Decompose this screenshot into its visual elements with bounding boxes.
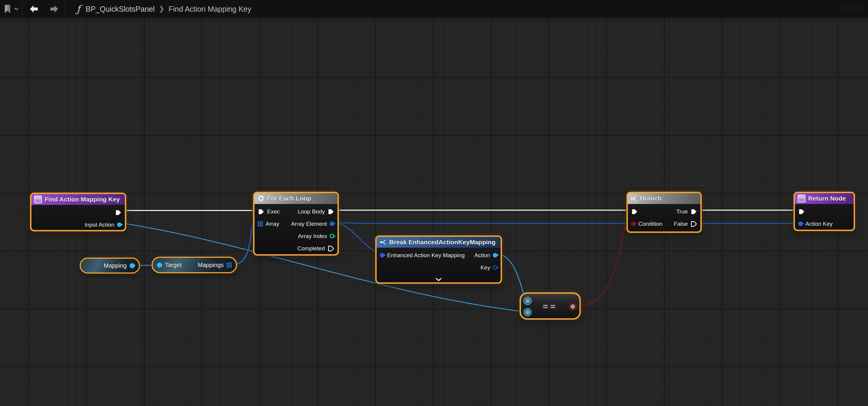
- loop-icon: [257, 195, 265, 202]
- target-in-pin[interactable]: [157, 262, 162, 268]
- breadcrumb-parent[interactable]: BP_QuickSlotsPanel: [86, 5, 155, 13]
- navigate-back-button[interactable]: [26, 5, 42, 13]
- array-element-pin[interactable]: [330, 222, 334, 226]
- pin-label: True: [676, 208, 688, 215]
- expand-node-chevron-icon[interactable]: [435, 278, 442, 281]
- function-entry-icon: [34, 195, 42, 203]
- pin-label: Condition: [638, 221, 662, 227]
- action-pin[interactable]: [493, 253, 497, 257]
- node-title: Break EnhancedActionKeyMapping: [389, 239, 496, 246]
- pin-label: False: [674, 221, 688, 227]
- action-key-pin[interactable]: [798, 222, 803, 226]
- node-header: Return Node: [795, 193, 854, 204]
- mappings-array-out-pin[interactable]: [227, 262, 232, 268]
- pin-label: Exec: [267, 208, 280, 215]
- node-header: Find Action Mapping Key: [31, 194, 125, 205]
- false-exec-pin[interactable]: [690, 221, 697, 227]
- variable-label: Mapping: [103, 262, 127, 269]
- array-index-pin[interactable]: [330, 234, 334, 238]
- bookmark-button[interactable]: [4, 4, 11, 14]
- node-title: Find Action Mapping Key: [44, 196, 120, 203]
- node-find-action-mapping-key[interactable]: Find Action Mapping Key Input Action: [30, 192, 126, 231]
- true-exec-pin[interactable]: [690, 208, 697, 215]
- pin-label: Action Key: [805, 221, 833, 227]
- node-header: Branch: [628, 193, 700, 204]
- node-header: Break EnhancedActionKeyMapping: [377, 237, 501, 248]
- pin-label: Loop Body: [298, 208, 325, 215]
- exec-out-pin[interactable]: [115, 209, 122, 216]
- variable-label: Mappings: [197, 262, 224, 269]
- pin-label: Array: [266, 221, 279, 227]
- toolbar-divider: [22, 2, 23, 15]
- graph-canvas[interactable]: [0, 0, 868, 406]
- mapping-out-pin[interactable]: [130, 263, 135, 268]
- node-return[interactable]: Return Node Action Key: [794, 192, 855, 231]
- toolbar-divider: [65, 2, 66, 15]
- exec-in-pin[interactable]: [798, 208, 805, 215]
- forward-arrow-icon: [50, 5, 59, 13]
- node-title: For Each Loop: [267, 195, 311, 202]
- node-for-each-loop[interactable]: For Each Loop Exec: [253, 192, 339, 256]
- break-struct-icon: [379, 239, 386, 246]
- node-title: Branch: [640, 195, 661, 202]
- node-mappings-variable[interactable]: Target Mappings: [152, 257, 237, 273]
- pin-label: Enhanced Action Key Mapping: [387, 252, 465, 259]
- branch-icon: [630, 195, 637, 202]
- exec-in-pin[interactable]: [631, 208, 638, 215]
- node-mapping-variable[interactable]: Mapping: [80, 257, 140, 274]
- breadcrumb-separator-icon: ❯: [159, 5, 164, 13]
- navigate-forward-button[interactable]: [46, 5, 62, 13]
- enhanced-action-key-mapping-pin[interactable]: [380, 253, 384, 257]
- array-pin[interactable]: [258, 221, 263, 226]
- breadcrumb-current[interactable]: Find Action Mapping Key: [168, 5, 251, 13]
- blueprint-editor: Find Action Mapping Key Input Action For…: [0, 0, 868, 406]
- node-equality[interactable]: ==: [520, 292, 581, 320]
- function-result-icon: [798, 195, 805, 202]
- pin-label: Input Action: [85, 222, 114, 228]
- bookmark-icon: [4, 4, 11, 14]
- pin-label: Action: [474, 252, 490, 259]
- completed-exec-pin[interactable]: [328, 245, 334, 252]
- pin-label: Array Index: [298, 233, 327, 240]
- condition-pin[interactable]: [631, 222, 636, 226]
- pin-label: Key: [480, 264, 490, 271]
- node-break-enhanced-action-key-mapping[interactable]: Break EnhancedActionKeyMapping Enhanced …: [375, 235, 502, 284]
- exec-in-pin[interactable]: [258, 208, 265, 215]
- node-header: For Each Loop: [254, 193, 337, 204]
- input-action-pin[interactable]: [117, 222, 122, 227]
- equality-symbol: ==: [521, 301, 579, 311]
- bookmark-dropdown-button[interactable]: [14, 7, 19, 11]
- target-label: Target: [165, 262, 182, 269]
- pin-label: Completed: [297, 245, 325, 252]
- pin-label: Array Element: [291, 221, 327, 227]
- back-arrow-icon: [29, 5, 38, 13]
- loop-body-exec-pin[interactable]: [328, 208, 334, 215]
- key-pin[interactable]: [493, 265, 497, 270]
- graph-toolbar: ƒ BP_QuickSlotsPanel ❯ Find Action Mappi…: [0, 0, 868, 18]
- function-glyph-icon: ƒ: [76, 3, 80, 15]
- node-title: Return Node: [808, 195, 846, 202]
- node-branch[interactable]: Branch Condition True: [626, 192, 702, 233]
- chevron-down-icon: [14, 7, 19, 11]
